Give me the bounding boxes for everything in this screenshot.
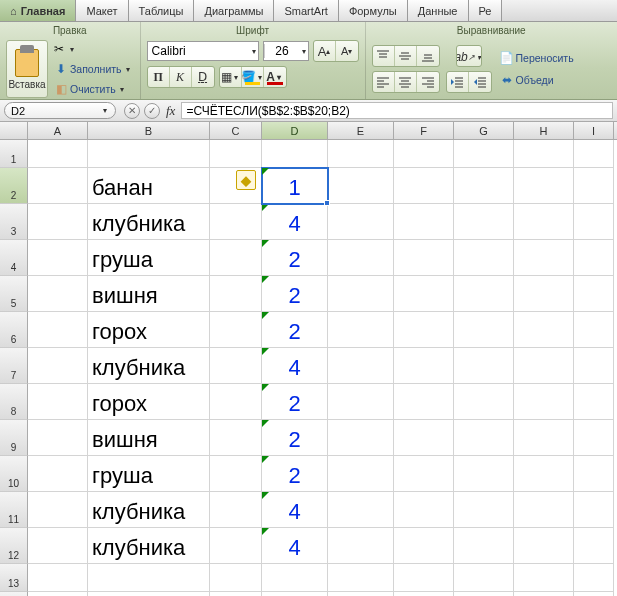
column-header-I[interactable]: I <box>574 122 614 139</box>
cell-G3[interactable] <box>454 204 514 240</box>
cell-A8[interactable] <box>28 384 88 420</box>
dropdown-icon[interactable]: ▾ <box>68 45 76 54</box>
cell-H2[interactable] <box>514 168 574 204</box>
cell-C1[interactable] <box>210 140 262 168</box>
cell-B10[interactable]: груша <box>88 456 210 492</box>
align-bottom-button[interactable] <box>417 46 439 66</box>
tab-ре[interactable]: Ре <box>469 0 503 21</box>
borders-button[interactable]: ▦▾ <box>220 67 242 87</box>
column-header-A[interactable]: A <box>28 122 88 139</box>
fill-color-button[interactable]: 🪣▾ <box>242 67 264 87</box>
row-header[interactable]: 8 <box>0 384 28 420</box>
cell-F11[interactable] <box>394 492 454 528</box>
error-indicator-icon[interactable]: ◆ <box>236 170 256 190</box>
align-left-button[interactable] <box>373 72 395 92</box>
cell-D8[interactable]: 2 <box>262 384 328 420</box>
cell-C13[interactable] <box>210 564 262 592</box>
cell-I6[interactable] <box>574 312 614 348</box>
fill-button[interactable]: ⬇ Заполнить ▾ <box>52 60 134 78</box>
cell-F1[interactable] <box>394 140 454 168</box>
row-header[interactable]: 5 <box>0 276 28 312</box>
cell-D5[interactable]: 2 <box>262 276 328 312</box>
confirm-edit-button[interactable]: ✓ <box>144 103 160 119</box>
cell-G14[interactable] <box>454 592 514 596</box>
cell-H3[interactable] <box>514 204 574 240</box>
cell-I4[interactable] <box>574 240 614 276</box>
cell-G12[interactable] <box>454 528 514 564</box>
cell-A4[interactable] <box>28 240 88 276</box>
cell-F10[interactable] <box>394 456 454 492</box>
cell-E11[interactable] <box>328 492 394 528</box>
font-name-select[interactable]: Calibri ▾ <box>147 41 259 61</box>
cell-H4[interactable] <box>514 240 574 276</box>
column-header-E[interactable]: E <box>328 122 394 139</box>
cell-D11[interactable]: 4 <box>262 492 328 528</box>
cell-I5[interactable] <box>574 276 614 312</box>
row-header[interactable]: 12 <box>0 528 28 564</box>
align-right-button[interactable] <box>417 72 439 92</box>
cell-D2[interactable]: 1◆ <box>262 168 328 204</box>
cell-E13[interactable] <box>328 564 394 592</box>
cell-A13[interactable] <box>28 564 88 592</box>
cell-D10[interactable]: 2 <box>262 456 328 492</box>
cell-F7[interactable] <box>394 348 454 384</box>
cell-F5[interactable] <box>394 276 454 312</box>
row-header[interactable]: 13 <box>0 564 28 592</box>
cell-B13[interactable] <box>88 564 210 592</box>
cell-H12[interactable] <box>514 528 574 564</box>
align-center-button[interactable] <box>395 72 417 92</box>
cell-C8[interactable] <box>210 384 262 420</box>
column-header-D[interactable]: D <box>262 122 328 139</box>
cell-B3[interactable]: клубника <box>88 204 210 240</box>
scissors-icon[interactable]: ✂ <box>52 42 66 56</box>
column-header-H[interactable]: H <box>514 122 574 139</box>
paste-button[interactable]: Вставка <box>6 40 48 98</box>
dropdown-icon[interactable]: ▾ <box>124 65 132 74</box>
cell-H8[interactable] <box>514 384 574 420</box>
cell-E1[interactable] <box>328 140 394 168</box>
select-all-corner[interactable] <box>0 122 28 139</box>
cell-G5[interactable] <box>454 276 514 312</box>
cell-H14[interactable] <box>514 592 574 596</box>
cell-H7[interactable] <box>514 348 574 384</box>
tab-таблицы[interactable]: Таблицы <box>129 0 195 21</box>
cell-F3[interactable] <box>394 204 454 240</box>
cell-F12[interactable] <box>394 528 454 564</box>
row-header[interactable]: 7 <box>0 348 28 384</box>
cell-B5[interactable]: вишня <box>88 276 210 312</box>
cell-E2[interactable] <box>328 168 394 204</box>
cell-H9[interactable] <box>514 420 574 456</box>
cell-G2[interactable] <box>454 168 514 204</box>
cell-C9[interactable] <box>210 420 262 456</box>
cell-G11[interactable] <box>454 492 514 528</box>
row-header[interactable]: 2 <box>0 168 28 204</box>
cell-A14[interactable] <box>28 592 88 596</box>
column-header-C[interactable]: C <box>210 122 262 139</box>
cell-B8[interactable]: горох <box>88 384 210 420</box>
cell-I10[interactable] <box>574 456 614 492</box>
cell-A10[interactable] <box>28 456 88 492</box>
shrink-font-button[interactable]: A▾ <box>336 41 358 61</box>
row-header[interactable]: 14 <box>0 592 28 596</box>
cell-B11[interactable]: клубника <box>88 492 210 528</box>
cell-D1[interactable] <box>262 140 328 168</box>
tab-данные[interactable]: Данные <box>408 0 469 21</box>
cell-C6[interactable] <box>210 312 262 348</box>
cell-F14[interactable] <box>394 592 454 596</box>
row-header[interactable]: 10 <box>0 456 28 492</box>
dropdown-icon[interactable]: ▾ <box>118 85 126 94</box>
row-header[interactable]: 6 <box>0 312 28 348</box>
clear-button[interactable]: ◧ Очистить ▾ <box>52 80 128 98</box>
cell-G10[interactable] <box>454 456 514 492</box>
cell-D14[interactable] <box>262 592 328 596</box>
cell-D12[interactable]: 4 <box>262 528 328 564</box>
tab-макет[interactable]: Макет <box>76 0 128 21</box>
cell-D13[interactable] <box>262 564 328 592</box>
cell-A9[interactable] <box>28 420 88 456</box>
fx-icon[interactable]: fx <box>164 103 177 119</box>
cell-G1[interactable] <box>454 140 514 168</box>
cell-A5[interactable] <box>28 276 88 312</box>
selection-handle[interactable] <box>324 200 330 206</box>
cell-C5[interactable] <box>210 276 262 312</box>
dropdown-icon[interactable]: ▾ <box>250 47 258 56</box>
